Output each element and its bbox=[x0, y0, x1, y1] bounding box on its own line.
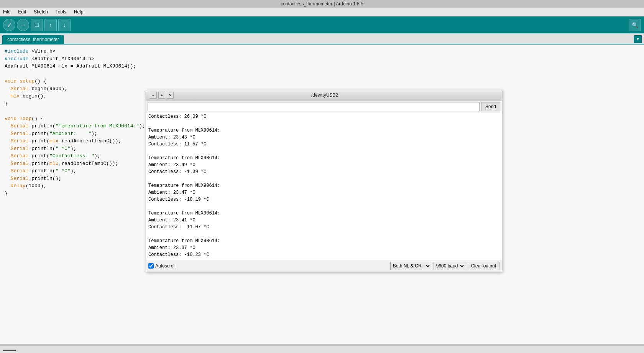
serial-monitor-window: − + ✕ /dev/ttyUSB2 Send Ambient: 23.49 *… bbox=[146, 90, 502, 272]
serial-output-line: Ambient: 23.41 *C bbox=[148, 217, 499, 224]
status-text: ▬▬▬ bbox=[3, 347, 16, 352]
serial-monitor-button[interactable]: 🔍 bbox=[629, 19, 641, 31]
code-editor[interactable]: #include <Wire.h> #include <Adafruit_MLX… bbox=[0, 45, 644, 344]
clear-output-button[interactable]: Clear output bbox=[468, 262, 499, 270]
serial-output-line: Temeprature from MLX90614: bbox=[148, 127, 499, 134]
upload-button[interactable]: → bbox=[17, 19, 29, 31]
serial-output-line: Contactless: -10.19 *C bbox=[148, 196, 499, 203]
menu-help[interactable]: Help bbox=[72, 8, 85, 15]
serial-output-line: Ambient: 23.49 *C bbox=[148, 162, 499, 168]
menu-edit[interactable]: Edit bbox=[16, 8, 28, 15]
app-title: contactless_thermometer | Arduino 1.8.5 bbox=[281, 1, 363, 7]
autoscroll-label: Autoscroll bbox=[155, 262, 176, 269]
tab-dropdown-arrow[interactable]: ▼ bbox=[634, 35, 642, 43]
serial-output-line bbox=[148, 120, 499, 127]
newline-select[interactable]: Both NL & CR No line ending Newline Carr… bbox=[390, 262, 431, 270]
serial-input-bar: Send bbox=[146, 101, 502, 113]
autoscroll-control: Autoscroll bbox=[148, 262, 176, 269]
serial-footer: Autoscroll Both NL & CR No line ending N… bbox=[146, 260, 502, 272]
menu-bar: File Edit Sketch Tools Help bbox=[0, 8, 644, 16]
toolbar: ✓ → ☐ ↑ ↓ 🔍 bbox=[0, 16, 644, 33]
baud-select[interactable]: 9600 baud 300 1200 2400 4800 19200 38400… bbox=[434, 262, 465, 270]
code-line: #include <Wire.h> bbox=[5, 48, 639, 55]
serial-window-controls: − + ✕ bbox=[149, 92, 174, 99]
serial-maximize-button[interactable]: + bbox=[158, 92, 165, 99]
save-button[interactable]: ↓ bbox=[58, 19, 71, 31]
serial-output-line bbox=[148, 203, 499, 210]
code-line: void setup() { bbox=[5, 78, 639, 85]
serial-output-line bbox=[148, 148, 499, 155]
serial-output-line bbox=[148, 175, 499, 182]
status-bar: ▬▬▬ bbox=[0, 345, 644, 353]
code-line: Adafruit_MLX90614 mlx = Adafruit_MLX9061… bbox=[5, 63, 639, 70]
serial-output-line: Temeprature from MLX90614: bbox=[148, 155, 499, 162]
serial-output-line: Contactless: 26.09 *C bbox=[148, 113, 499, 120]
verify-button[interactable]: ✓ bbox=[3, 19, 15, 31]
serial-output-lines: Ambient: 23.49 *CContactless: 26.21 *C T… bbox=[148, 113, 499, 258]
menu-tools[interactable]: Tools bbox=[54, 8, 68, 15]
serial-minimize-button[interactable]: − bbox=[150, 92, 157, 99]
serial-output-line bbox=[148, 231, 499, 238]
code-line: #include <Adafruit_MLX90614.h> bbox=[5, 55, 639, 63]
serial-output-line: Temeprature from MLX90614: bbox=[148, 182, 499, 189]
serial-send-button[interactable]: Send bbox=[481, 102, 500, 111]
serial-monitor-titlebar: − + ✕ /dev/ttyUSB2 bbox=[146, 90, 502, 101]
editor-tab[interactable]: contactless_thermometer bbox=[2, 35, 64, 44]
serial-message-input[interactable] bbox=[148, 102, 480, 111]
serial-output-line: Ambient: 23.47 *C bbox=[148, 189, 499, 196]
serial-output-line: Ambient: 23.37 *C bbox=[148, 244, 499, 251]
tab-controls: ▼ bbox=[634, 35, 642, 43]
serial-output-line: Contactless: 11.57 *C bbox=[148, 141, 499, 148]
serial-output-line: Contactless: -1.39 *C bbox=[148, 168, 499, 175]
serial-close-button[interactable]: ✕ bbox=[167, 92, 174, 99]
serial-output-line: Temeprature from MLX90614: bbox=[148, 210, 499, 217]
serial-output-area[interactable]: Ambient: 23.49 *CContactless: 26.21 *C T… bbox=[146, 113, 502, 260]
serial-monitor-title: /dev/ttyUSB2 bbox=[174, 92, 476, 99]
menu-sketch[interactable]: Sketch bbox=[32, 8, 49, 15]
serial-output-line: Temeprature from MLX90614: bbox=[148, 238, 499, 244]
autoscroll-checkbox[interactable] bbox=[148, 263, 154, 269]
menu-file[interactable]: File bbox=[2, 8, 12, 15]
code-line bbox=[5, 70, 639, 78]
title-bar: contactless_thermometer | Arduino 1.8.5 bbox=[0, 0, 644, 8]
open-button[interactable]: ↑ bbox=[44, 19, 57, 31]
tab-bar: contactless_thermometer ▼ bbox=[0, 33, 644, 45]
serial-output-line: Contactless: -10.23 *C bbox=[148, 251, 499, 258]
serial-output-line: Contactless: -11.07 *C bbox=[148, 224, 499, 231]
new-button[interactable]: ☐ bbox=[31, 19, 43, 31]
serial-output-line: Ambient: 23.43 *C bbox=[148, 134, 499, 141]
